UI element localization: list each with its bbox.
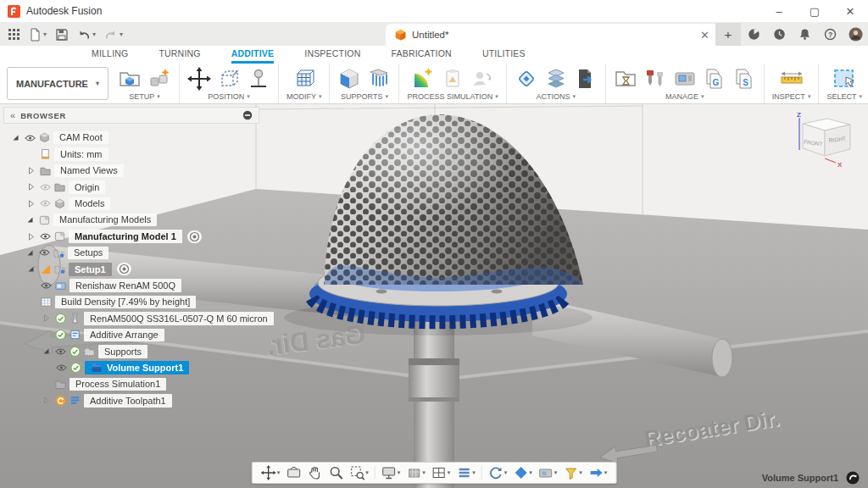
tree-item-label[interactable]: Renishaw RenAM 500Q xyxy=(70,279,181,292)
diamond-tool[interactable]: ▾ xyxy=(510,463,535,482)
browser-tree-item-manufacturing-models[interactable]: Manufacturing Models xyxy=(3,212,259,228)
dir-arrow-tool[interactable]: ▾ xyxy=(586,463,610,482)
save-button[interactable] xyxy=(52,25,72,44)
tree-item-label[interactable]: Origin xyxy=(69,180,105,194)
transform-box-button[interactable] xyxy=(217,67,241,91)
slices-tool[interactable]: ▾ xyxy=(453,463,478,482)
tool-library-button[interactable] xyxy=(643,67,667,91)
workspace-selector[interactable]: MANUFACTURE ▾ xyxy=(7,67,108,100)
tree-item-label[interactable]: Manufacturing Model 1 xyxy=(69,230,182,243)
visibility-eye-icon[interactable] xyxy=(25,134,36,142)
ribbon-group-dropdown-process-simulation[interactable]: PROCESS SIMULATION▾ xyxy=(407,92,498,101)
gcode-library-button[interactable]: G xyxy=(703,67,726,91)
tree-item-label[interactable]: Process Simulation1 xyxy=(70,378,166,391)
document-tab-close-icon[interactable]: ✕ xyxy=(700,29,709,42)
expander-closed-icon[interactable] xyxy=(25,182,36,191)
app-grid-button[interactable] xyxy=(5,26,23,42)
browser-tree-item-build-density-7-49-by-height[interactable]: Build Density [7.49% by height] xyxy=(3,294,259,310)
extensions-icon[interactable] xyxy=(741,23,766,46)
help-icon[interactable]: ? xyxy=(817,23,843,46)
display-tool[interactable]: ▾ xyxy=(379,463,403,482)
expander-closed-icon[interactable] xyxy=(25,166,36,175)
machine-box-tool[interactable]: ▾ xyxy=(536,463,560,482)
ribbon-tab-milling[interactable]: MILLING xyxy=(92,48,128,64)
tree-item-label[interactable]: Supports xyxy=(98,345,147,358)
tree-item-label[interactable]: Additive Toolpath1 xyxy=(84,394,172,408)
browser-tree-item-additive-toolpath1[interactable]: Additive Toolpath1 xyxy=(3,392,259,408)
view-cube[interactable]: Z FRONT RIGHT X xyxy=(785,109,856,174)
expander-open-icon[interactable] xyxy=(25,264,36,274)
arrange-button[interactable] xyxy=(147,67,171,91)
tree-item-label[interactable]: Manufacturing Models xyxy=(53,214,157,227)
ribbon-tab-turning[interactable]: TURNING xyxy=(159,48,200,64)
filter-tool[interactable]: ▾ xyxy=(560,463,585,482)
visibility-eye-icon[interactable] xyxy=(40,232,51,241)
ribbon-tab-utilities[interactable]: UTILITIES xyxy=(482,48,526,64)
expander-open-icon[interactable] xyxy=(25,215,36,225)
ribbon-tab-fabrication[interactable]: FABRICATION xyxy=(391,48,451,64)
browser-tree-item-process-simulation1[interactable]: Process Simulation1 xyxy=(3,376,259,392)
ribbon-tab-inspection[interactable]: INSPECTION xyxy=(304,48,360,64)
undo-button[interactable]: ▾ xyxy=(74,25,99,44)
setup-folder-button[interactable] xyxy=(118,67,142,91)
expander-open-icon[interactable] xyxy=(25,248,36,258)
volume-support-button[interactable] xyxy=(337,67,361,91)
job-progress-icon[interactable] xyxy=(846,471,860,485)
orbit-tool[interactable]: ▾ xyxy=(259,463,283,482)
expander-closed-icon[interactable] xyxy=(41,396,52,405)
document-tab[interactable]: Untitled* ✕ xyxy=(386,24,718,46)
ribbon-tab-additive[interactable]: ADDITIVE xyxy=(231,48,275,64)
tree-item-label[interactable]: Setups xyxy=(68,247,108,260)
ribbon-group-dropdown-manage[interactable]: MANAGE▾ xyxy=(665,92,704,101)
browser-tree-item-setups[interactable]: Setups xyxy=(3,245,259,261)
tree-item-label[interactable]: Volume Support1 xyxy=(85,361,189,375)
ribbon-group-dropdown-inspect[interactable]: INSPECT▾ xyxy=(772,92,811,101)
browser-options-icon[interactable] xyxy=(242,110,253,120)
browser-tree-item-models[interactable]: Models xyxy=(3,196,259,212)
expander-closed-icon[interactable] xyxy=(25,232,36,241)
sim-refresh-button[interactable] xyxy=(470,67,494,91)
browser-tree-item-renam500q-ss316l-0507-q-m-60-micron[interactable]: RenAM500Q SS316L-0507-Q M 60 micron xyxy=(3,310,259,326)
browser-tree-item-additive-arrange[interactable]: Additive Arrange xyxy=(3,327,259,343)
browser-tree-item-units-mm[interactable]: Units: mm xyxy=(3,146,259,162)
minimize-button[interactable]: – xyxy=(761,0,797,22)
expander-closed-icon[interactable] xyxy=(41,313,52,323)
redo-button[interactable]: ▾ xyxy=(101,25,126,44)
post-library-button[interactable]: S xyxy=(732,67,756,91)
export-button[interactable] xyxy=(574,67,598,91)
visibility-eye-icon[interactable] xyxy=(40,183,51,191)
sim-results-button[interactable] xyxy=(411,67,435,91)
new-tab-button[interactable]: + xyxy=(715,23,741,46)
visibility-eye-icon[interactable] xyxy=(40,199,51,208)
ribbon-group-dropdown-modify[interactable]: MODIFY▾ xyxy=(287,92,322,101)
ribbon-group-dropdown-actions[interactable]: ACTIONS▾ xyxy=(537,92,576,101)
ribbon-group-dropdown-position[interactable]: POSITION▾ xyxy=(208,92,250,101)
lattice-button[interactable] xyxy=(292,67,316,91)
tree-item-label[interactable]: CAM Root xyxy=(53,131,108,145)
post-process-button[interactable] xyxy=(515,67,538,91)
turntable-tool[interactable]: ▾ xyxy=(486,463,510,482)
tree-item-label[interactable]: Build Density [7.49% by height] xyxy=(55,296,196,309)
activate-radio[interactable] xyxy=(117,263,131,275)
select-box-button[interactable] xyxy=(832,67,856,91)
browser-tree-item-supports[interactable]: Supports xyxy=(3,343,259,359)
ribbon-group-dropdown-supports[interactable]: SUPPORTS▾ xyxy=(341,92,388,101)
ribbon-group-dropdown-setup[interactable]: SETUP▾ xyxy=(129,92,160,101)
browser-tree-item-volume-support1[interactable]: Volume Support1 xyxy=(3,359,259,375)
expander-open-icon[interactable] xyxy=(41,347,52,356)
close-button[interactable]: ✕ xyxy=(832,0,868,22)
drop-pin-button[interactable] xyxy=(247,67,270,91)
job-manager-button[interactable] xyxy=(614,67,637,91)
sim-clipboard-button[interactable] xyxy=(441,67,465,91)
slice-stack-button[interactable] xyxy=(544,67,568,91)
browser-tree-item-setup1[interactable]: Setup1 xyxy=(3,261,259,277)
grid-tool[interactable]: ▾ xyxy=(403,463,428,482)
machine-library-button[interactable] xyxy=(673,67,697,91)
tree-item-label[interactable]: RenAM500Q SS316L-0507-Q M 60 micron xyxy=(84,312,274,325)
expander-closed-icon[interactable] xyxy=(25,199,36,208)
notifications-icon[interactable] xyxy=(792,23,817,46)
tree-item-label[interactable]: Models xyxy=(69,197,110,211)
expander-open-icon[interactable] xyxy=(10,133,21,142)
job-status-icon[interactable] xyxy=(766,23,792,46)
bar-support-button[interactable] xyxy=(367,67,391,91)
